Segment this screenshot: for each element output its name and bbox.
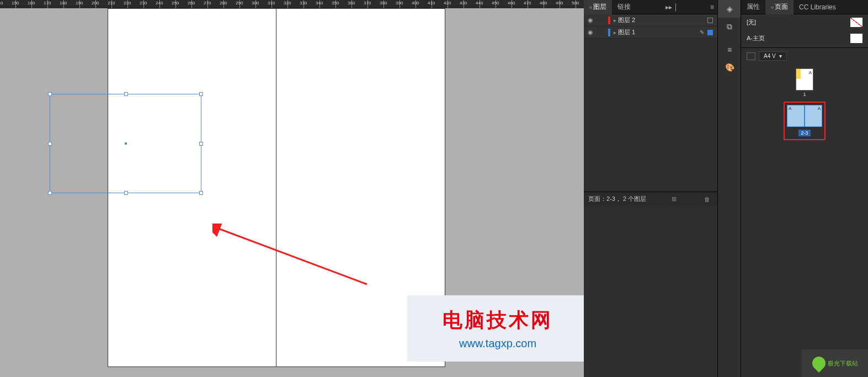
panel-collapse-icon[interactable]: ▸▸ │ <box>662 3 681 11</box>
watermark-title: 电脑技术网 <box>407 307 588 334</box>
page-size-row: A4 V ▾ <box>741 49 868 63</box>
dock-layers-icon[interactable]: ◈ <box>718 0 741 18</box>
watermark-url: www.tagxp.com <box>407 337 588 350</box>
page-thumb-1[interactable]: A 1 <box>796 68 813 97</box>
site-logo-overlay: 极光下载站 <box>802 349 868 377</box>
page-size-value: A4 V <box>764 53 776 59</box>
orientation-icon[interactable] <box>747 52 755 60</box>
new-layer-icon[interactable]: ⊞ <box>669 195 679 203</box>
resize-handle[interactable] <box>48 92 52 96</box>
center-point <box>125 142 127 145</box>
dock-stroke-icon[interactable]: ≡ <box>718 41 741 59</box>
resize-handle[interactable] <box>199 142 203 146</box>
delete-layer-icon[interactable]: 🗑 <box>701 196 713 203</box>
layers-panel: 图层 链接 ▸▸ │ ≡ ◉ ▸ 图层 2 ◉ ▸ 图层 1 ✎ 页面：2-3，… <box>584 0 717 377</box>
dock-strip: ◈ ⧉ ≡ 🎨 <box>717 0 741 377</box>
layer-name[interactable]: 图层 2 <box>618 16 635 24</box>
disclosure-icon[interactable]: ▸ <box>614 18 616 23</box>
layers-panel-footer: 页面：2-3， 2 个图层 ⊞ 🗑 <box>584 192 717 206</box>
tab-pages[interactable]: 页面 <box>765 0 794 14</box>
visibility-icon[interactable]: ◉ <box>584 29 597 36</box>
spread-thumb-2-3[interactable]: A A 2-3 <box>787 105 822 137</box>
visibility-icon[interactable]: ◉ <box>584 17 597 24</box>
none-label: [无] <box>747 18 756 26</box>
layer-color-swatch <box>608 29 610 36</box>
master-letter: A <box>789 106 791 111</box>
annotation-arrow <box>212 224 372 290</box>
panel-menu-icon[interactable]: ≡ <box>707 3 717 11</box>
tab-properties[interactable]: 属性 <box>741 0 765 14</box>
master-label: A-主页 <box>747 34 765 43</box>
layer-name[interactable]: 图层 1 <box>618 28 635 36</box>
tab-layers[interactable]: 图层 <box>584 0 612 14</box>
spread-number: 2-3 <box>798 130 810 136</box>
tab-cc-libraries[interactable]: CC Libraries <box>794 1 842 14</box>
master-none-row[interactable]: [无] <box>741 14 868 30</box>
master-a-row[interactable]: A-主页 <box>741 30 868 46</box>
page-size-select[interactable]: A4 V ▾ <box>759 51 787 61</box>
logo-text: 极光下载站 <box>828 359 858 368</box>
selection-indicator[interactable] <box>707 18 713 23</box>
tab-links[interactable]: 链接 <box>612 0 636 14</box>
highlighted-spread: A A 2-3 <box>784 102 826 140</box>
selection-indicator[interactable] <box>707 30 713 35</box>
dock-links-icon[interactable]: ⧉ <box>718 18 741 35</box>
master-thumb-icon <box>850 34 862 43</box>
pages-panel: 属性 页面 CC Libraries [无] A-主页 A4 V ▾ A 1 A… <box>741 0 868 377</box>
logo-icon <box>810 354 828 373</box>
layer-row[interactable]: ◉ ▸ 图层 1 ✎ <box>584 26 717 39</box>
resize-handle[interactable] <box>48 142 52 146</box>
layer-color-swatch <box>608 17 610 24</box>
resize-handle[interactable] <box>199 191 203 195</box>
master-letter: A <box>809 70 812 75</box>
disclosure-icon[interactable]: ▸ <box>614 30 616 35</box>
selected-rectangle-frame[interactable] <box>50 94 201 193</box>
layer-row[interactable]: ◉ ▸ 图层 2 <box>584 14 717 26</box>
edit-icon[interactable]: ✎ <box>700 29 704 35</box>
resize-handle[interactable] <box>199 92 203 96</box>
master-letter: A <box>818 106 821 111</box>
canvas-area[interactable]: 电脑技术网 www.tagxp.com TAG <box>0 8 584 377</box>
footer-status: 页面：2-3， 2 个图层 <box>588 195 646 203</box>
svg-line-1 <box>217 228 367 284</box>
horizontal-ruler[interactable]: 1401501601701801902002102202302402502602… <box>0 0 584 8</box>
none-thumb-icon <box>850 18 862 27</box>
page-number: 1 <box>796 92 813 97</box>
resize-handle[interactable] <box>48 191 52 195</box>
dock-color-icon[interactable]: 🎨 <box>718 59 741 76</box>
resize-handle[interactable] <box>124 92 128 96</box>
chevron-down-icon: ▾ <box>779 53 782 59</box>
resize-handle[interactable] <box>124 191 128 195</box>
